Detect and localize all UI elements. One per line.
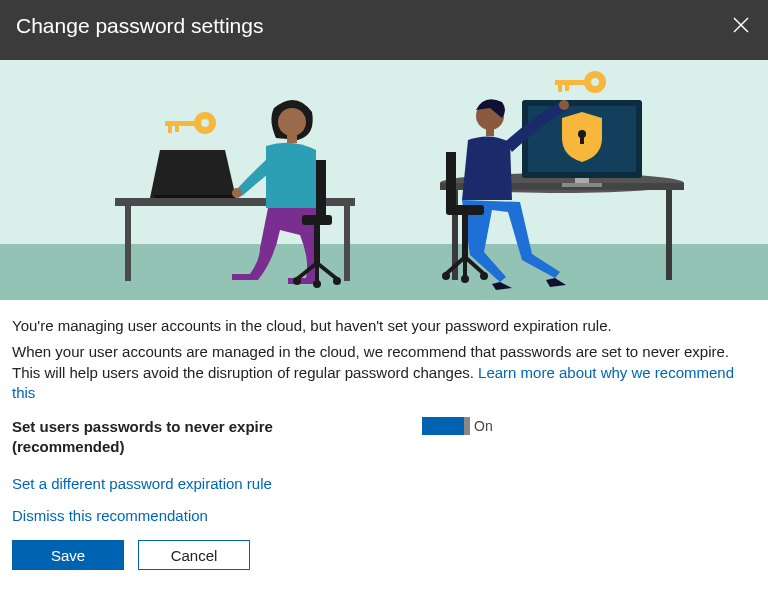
- svg-point-27: [313, 280, 321, 288]
- svg-rect-21: [314, 225, 320, 263]
- button-row: Save Cancel: [12, 540, 756, 570]
- close-icon[interactable]: [730, 14, 752, 36]
- svg-rect-14: [344, 206, 350, 281]
- svg-rect-43: [462, 215, 468, 257]
- svg-point-16: [278, 108, 306, 136]
- svg-rect-9: [555, 80, 587, 85]
- dialog-title: Change password settings: [16, 14, 263, 38]
- svg-point-26: [333, 277, 341, 285]
- svg-rect-10: [558, 85, 562, 92]
- toggle-label-line1: Set users passwords to never expire: [12, 418, 273, 435]
- svg-point-25: [293, 277, 301, 285]
- svg-rect-35: [562, 183, 602, 187]
- dismiss-recommendation-link[interactable]: Dismiss this recommendation: [12, 506, 756, 526]
- svg-point-8: [591, 78, 599, 86]
- cancel-button[interactable]: Cancel: [138, 540, 250, 570]
- svg-point-40: [559, 100, 569, 110]
- dialog-body: You're managing user accounts in the clo…: [0, 300, 768, 582]
- toggle-label-line2: (recommended): [12, 438, 125, 455]
- svg-rect-19: [316, 160, 326, 220]
- svg-point-49: [461, 275, 469, 283]
- illustration-banner: [0, 60, 768, 300]
- toggle-state-label: On: [474, 417, 493, 436]
- save-button[interactable]: Save: [12, 540, 124, 570]
- svg-line-23: [317, 263, 337, 279]
- illustration-svg: [0, 60, 768, 300]
- svg-rect-37: [580, 136, 584, 144]
- svg-rect-31: [666, 190, 672, 280]
- intro-text: You're managing user accounts in the clo…: [12, 316, 756, 336]
- svg-rect-6: [175, 126, 179, 132]
- svg-rect-11: [565, 85, 569, 91]
- detail-text: When your user accounts are managed in t…: [12, 342, 756, 403]
- svg-rect-17: [287, 134, 297, 143]
- svg-point-48: [480, 272, 488, 280]
- svg-rect-41: [446, 152, 456, 210]
- svg-point-18: [232, 188, 242, 198]
- svg-point-47: [442, 272, 450, 280]
- svg-rect-20: [302, 215, 332, 225]
- toggle-label: Set users passwords to never expire (rec…: [12, 417, 422, 458]
- set-different-rule-link[interactable]: Set a different password expiration rule: [12, 474, 756, 494]
- svg-rect-13: [125, 206, 131, 281]
- svg-rect-15: [155, 195, 235, 198]
- toggle-row: Set users passwords to never expire (rec…: [12, 417, 756, 458]
- toggle-knob: [464, 417, 470, 435]
- svg-rect-39: [486, 128, 494, 136]
- svg-rect-42: [446, 205, 484, 215]
- svg-point-3: [201, 119, 209, 127]
- dialog-header: Change password settings: [0, 0, 768, 60]
- never-expire-toggle[interactable]: [422, 417, 464, 435]
- svg-rect-4: [165, 121, 197, 126]
- svg-rect-5: [168, 126, 172, 133]
